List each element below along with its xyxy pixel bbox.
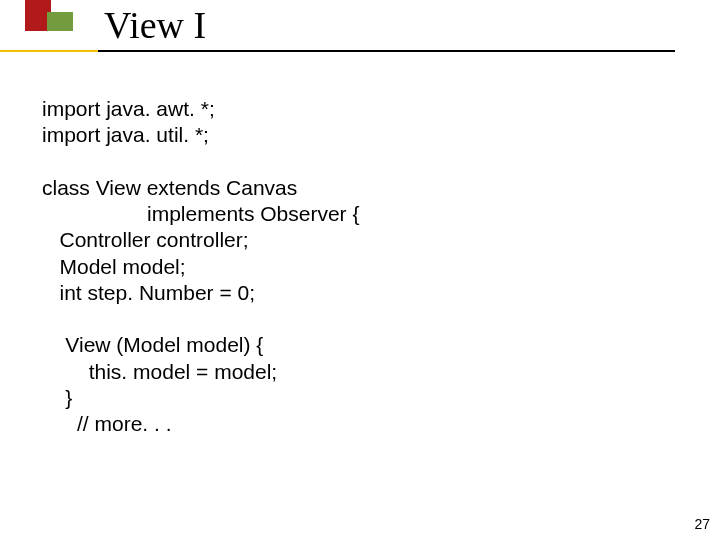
slide-title: View I (104, 3, 206, 47)
code-line: this. model = model; (42, 360, 277, 383)
code-line: // more. . . (42, 412, 172, 435)
underline-accent (0, 50, 98, 52)
code-line: int step. Number = 0; (42, 281, 255, 304)
code-line: } (42, 386, 72, 409)
title-underline (0, 50, 675, 52)
code-line: Model model; (42, 255, 186, 278)
code-line: import java. awt. *; (42, 97, 215, 120)
underline-main (98, 50, 675, 52)
code-line: import java. util. *; (42, 123, 209, 146)
code-line: implements Observer { (42, 202, 359, 225)
code-line: Controller controller; (42, 228, 249, 251)
code-block: import java. awt. *; import java. util. … (42, 96, 359, 437)
code-line: View (Model model) { (42, 333, 263, 356)
page-number: 27 (694, 516, 710, 532)
code-line: class View extends Canvas (42, 176, 297, 199)
logo-block (25, 0, 73, 31)
logo-green-square (47, 12, 73, 31)
